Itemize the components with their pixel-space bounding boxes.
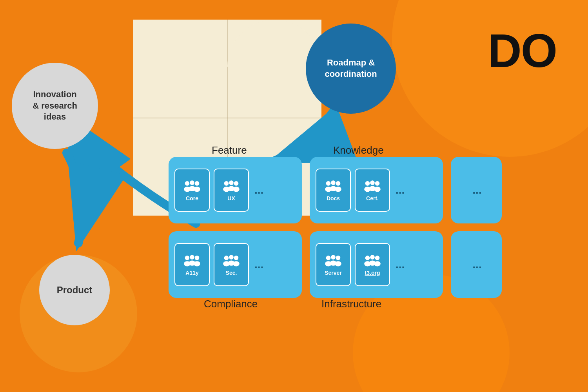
svg-point-35 [234,256,239,260]
extra-panel-bottom: ... [451,231,502,298]
compliance-label: Compliance [204,298,258,310]
knowledge-label: Knowledge [333,144,384,156]
docs-team-card: Docs [316,169,351,212]
svg-point-45 [370,255,375,260]
core-label: Core [186,195,198,201]
extra-ellipsis-bottom: ... [472,258,481,271]
feature-ellipsis: ... [254,184,263,196]
compliance-ellipsis: ... [254,258,263,271]
knowledge-ellipsis: ... [396,184,405,196]
svg-point-37 [326,256,331,260]
svg-point-11 [234,181,239,186]
svg-point-21 [370,180,375,185]
main-container: DO Innovation& researchideas Product Roa… [0,0,588,392]
product-circle: Product [39,255,110,325]
teams-grid: Core UX ... [169,157,502,298]
t3org-team-card: t3.org [355,243,390,286]
svg-point-29 [195,256,200,260]
innovation-circle: Innovation& researchideas [12,63,98,149]
svg-point-27 [190,255,194,260]
svg-point-42 [335,261,341,266]
svg-point-7 [224,181,229,186]
svg-point-39 [331,255,336,260]
svg-point-15 [331,180,336,185]
infrastructure-ellipsis: ... [396,258,405,271]
svg-point-43 [365,256,370,260]
docs-label: Docs [327,195,340,201]
svg-point-3 [190,180,194,185]
svg-point-24 [374,187,381,192]
svg-point-47 [375,256,380,260]
ux-label: UX [227,195,235,201]
svg-point-9 [229,180,234,185]
do-label: DO [488,24,557,78]
svg-point-36 [233,261,240,266]
feature-teams-panel: Core UX ... [169,157,302,223]
svg-point-17 [336,181,341,186]
infrastructure-teams-panel: Server t3.org ... [310,231,443,298]
server-team-card: Server [316,243,351,286]
svg-point-25 [185,256,190,260]
svg-point-1 [185,181,190,186]
feature-label: Feature [212,144,247,156]
extra-ellipsis-top: ... [472,184,481,196]
cert-label: Cert. [366,195,379,201]
ux-team-card: UX [214,169,249,212]
svg-point-13 [326,181,331,186]
sec-team-card: Sec. [214,243,249,286]
innovation-label: Innovation& researchideas [33,89,77,123]
svg-point-5 [195,181,200,186]
sec-label: Sec. [226,270,237,276]
svg-point-18 [335,187,341,192]
svg-point-6 [194,187,200,192]
roadmap-circle: Roadmap &coordination [306,24,396,114]
roadmap-label: Roadmap &coordination [325,57,377,80]
svg-point-23 [375,181,380,186]
svg-point-19 [365,181,370,186]
svg-point-31 [224,256,229,260]
a11y-label: A11y [185,270,198,276]
svg-point-41 [336,256,341,260]
svg-point-12 [233,187,240,192]
infrastructure-label: Infrastructure [321,298,381,310]
core-team-card: Core [174,169,210,212]
t3org-label: t3.org [365,270,380,276]
extra-panel-top: ... [451,157,502,223]
compliance-teams-panel: A11y Sec. ... [169,231,302,298]
svg-point-30 [194,261,200,266]
product-label: Product [57,285,93,296]
cert-team-card: Cert. [355,169,390,212]
a11y-team-card: A11y [174,243,210,286]
svg-point-33 [229,255,234,260]
server-label: Server [325,270,342,276]
svg-point-48 [374,261,381,266]
knowledge-teams-panel: Docs Cert. ... [310,157,443,223]
